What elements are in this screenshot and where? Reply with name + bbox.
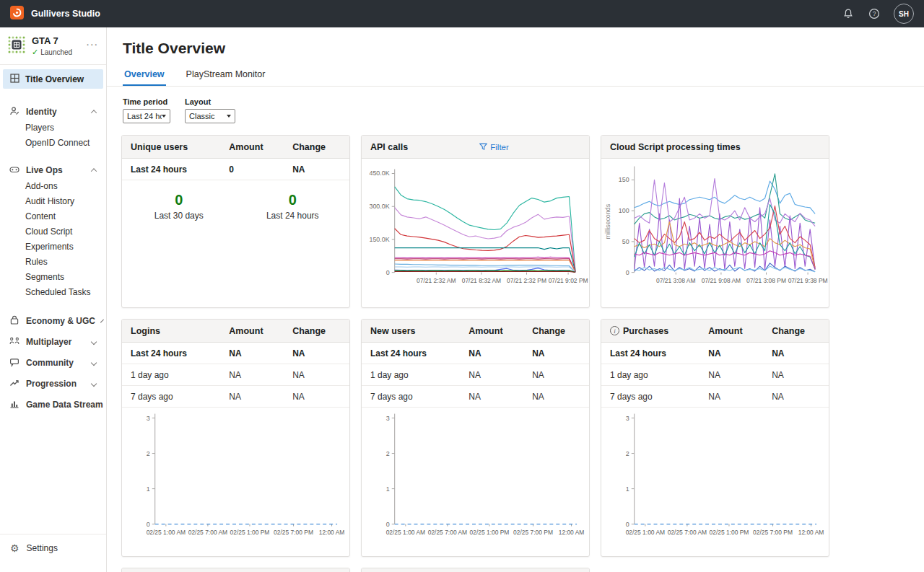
notifications-icon[interactable] bbox=[842, 7, 855, 20]
sidebar-section-identity[interactable]: Identity bbox=[0, 104, 106, 120]
card-api-calls: API calls Filter 0150.0K300.0K450.0K07/2… bbox=[361, 135, 590, 308]
card-unique-users: Unique users Amount Change Last 24 hours… bbox=[121, 135, 350, 308]
svg-text:1: 1 bbox=[147, 485, 150, 493]
table-row: 7 days agoNANA bbox=[362, 386, 589, 408]
studio-name: Gullivers Studio bbox=[31, 9, 100, 19]
sidebar-item-segments[interactable]: Segments bbox=[0, 269, 106, 284]
sidebar-section-game-data-stream[interactable]: Game Data Stream bbox=[0, 397, 106, 413]
svg-text:450.0K: 450.0K bbox=[369, 170, 389, 177]
tab-playstream-monitor[interactable]: PlayStream Monitor bbox=[185, 66, 267, 86]
svg-text:07/21 9:08 AM: 07/21 9:08 AM bbox=[702, 277, 741, 284]
sidebar-item-openid-connect[interactable]: OpenID Connect bbox=[0, 135, 106, 150]
svg-text:2: 2 bbox=[147, 450, 150, 457]
avatar[interactable]: SH bbox=[894, 4, 914, 24]
col-amount: Amount bbox=[229, 142, 292, 152]
community-chat-icon bbox=[9, 357, 19, 369]
svg-text:3: 3 bbox=[626, 415, 629, 422]
game-menu-icon[interactable]: ··· bbox=[87, 40, 99, 49]
sidebar-section-economy-ugc[interactable]: Economy & UGC bbox=[0, 313, 106, 329]
svg-text:1: 1 bbox=[626, 485, 629, 493]
purchases-chart: 012302/25 1:00 AM02/25 7:00 AM02/25 1:00… bbox=[601, 408, 829, 552]
svg-text:0: 0 bbox=[386, 521, 390, 528]
svg-text:02/25 1:00 AM: 02/25 1:00 AM bbox=[626, 529, 665, 536]
filter-controls: Time period Last 24 hours Layout Classic bbox=[123, 97, 924, 123]
stat-label: Last 30 days bbox=[122, 211, 236, 221]
svg-text:02/25 7:00 PM: 02/25 7:00 PM bbox=[274, 529, 313, 536]
game-status: Launched bbox=[40, 48, 72, 56]
svg-text:12:00 AM: 12:00 AM bbox=[798, 529, 824, 536]
svg-text:02/25 1:00 PM: 02/25 1:00 PM bbox=[710, 529, 749, 536]
gear-icon: ⚙ bbox=[10, 543, 19, 553]
top-bar: Gullivers Studio ? SH bbox=[0, 0, 924, 27]
svg-text:150: 150 bbox=[619, 176, 629, 183]
sidebar-nav: Identity Players OpenID Connect Live Ops… bbox=[0, 93, 106, 413]
filter-button[interactable]: Filter bbox=[479, 143, 509, 151]
chevron-down-icon bbox=[227, 115, 231, 118]
svg-text:1: 1 bbox=[386, 485, 390, 493]
card-partial bbox=[361, 568, 590, 572]
time-period-select[interactable]: Last 24 hours bbox=[123, 109, 170, 123]
time-period-label: Time period bbox=[123, 97, 170, 106]
sidebar-item-rules[interactable]: Rules bbox=[0, 254, 106, 269]
sidebar-item-cloud-script[interactable]: Cloud Script bbox=[0, 224, 106, 239]
api-calls-chart: 0150.0K300.0K450.0K07/21 2:32 AM07/21 8:… bbox=[362, 159, 589, 307]
svg-text:02/25 1:00 AM: 02/25 1:00 AM bbox=[147, 529, 186, 536]
table-row: Last 24 hoursNANA bbox=[601, 343, 829, 364]
tab-overview[interactable]: Overview bbox=[123, 66, 166, 86]
sidebar-section-community[interactable]: Community bbox=[0, 355, 106, 371]
svg-text:07/21 8:32 AM: 07/21 8:32 AM bbox=[462, 277, 501, 284]
grid-icon bbox=[10, 74, 19, 85]
game-header: GTA 7 ✓Launched ··· bbox=[0, 27, 106, 65]
tab-bar: Overview PlayStream Monitor bbox=[107, 66, 924, 86]
svg-text:3: 3 bbox=[147, 415, 150, 422]
sidebar-item-add-ons[interactable]: Add-ons bbox=[0, 178, 106, 193]
sidebar-item-settings[interactable]: ⚙ Settings bbox=[0, 534, 106, 572]
sidebar-item-scheduled-tasks[interactable]: Scheduled Tasks bbox=[0, 284, 106, 299]
brand[interactable]: Gullivers Studio bbox=[10, 6, 100, 22]
svg-text:0: 0 bbox=[386, 269, 390, 276]
chevron-down-icon bbox=[162, 115, 166, 118]
page-title: Title Overview bbox=[123, 40, 924, 57]
svg-text:02/25 7:00 AM: 02/25 7:00 AM bbox=[428, 529, 467, 536]
svg-text:02/25 7:00 AM: 02/25 7:00 AM bbox=[188, 529, 227, 536]
help-icon[interactable]: ? bbox=[868, 7, 881, 20]
bar-chart-icon bbox=[9, 399, 19, 411]
svg-text:100: 100 bbox=[619, 207, 629, 214]
sidebar-item-players[interactable]: Players bbox=[0, 120, 106, 135]
chevron-down-icon bbox=[91, 360, 97, 366]
highlight-stats: 0Last 30 days 0Last 24 hours bbox=[122, 180, 349, 221]
card-title: API calls bbox=[370, 142, 408, 152]
svg-text:02/25 1:00 AM: 02/25 1:00 AM bbox=[386, 529, 425, 536]
svg-text:150.0K: 150.0K bbox=[369, 236, 389, 243]
sidebar-section-progression[interactable]: Progression bbox=[0, 376, 106, 392]
svg-text:?: ? bbox=[873, 10, 876, 17]
sidebar-item-experiments[interactable]: Experiments bbox=[0, 239, 106, 254]
table-row: 7 days agoNANA bbox=[601, 386, 829, 408]
table-row: Last 24 hours 0 NA bbox=[122, 159, 349, 180]
multiplayer-icon bbox=[9, 336, 19, 348]
chevron-down-icon bbox=[91, 381, 97, 387]
layout-select[interactable]: Classic bbox=[185, 109, 235, 123]
launched-check-icon: ✓ bbox=[32, 48, 38, 57]
svg-text:07/21 2:32 PM: 07/21 2:32 PM bbox=[507, 277, 546, 284]
settings-label: Settings bbox=[27, 543, 58, 553]
svg-text:50: 50 bbox=[622, 238, 629, 245]
table-row: Last 24 hoursNANA bbox=[362, 343, 589, 364]
svg-text:02/25 7:00 PM: 02/25 7:00 PM bbox=[753, 529, 793, 536]
svg-text:2: 2 bbox=[386, 450, 390, 457]
sidebar-item-content[interactable]: Content bbox=[0, 208, 106, 224]
sidebar-item-audit-history[interactable]: Audit History bbox=[0, 193, 106, 208]
svg-text:0: 0 bbox=[626, 269, 629, 276]
sidebar-item-title-overview[interactable]: Title Overview bbox=[3, 69, 103, 89]
card-new-users: New users Amount Change Last 24 hoursNAN… bbox=[361, 319, 590, 557]
svg-text:2: 2 bbox=[626, 450, 629, 457]
svg-text:02/25 1:00 PM: 02/25 1:00 PM bbox=[230, 529, 270, 536]
table-row: 7 days agoNANA bbox=[122, 386, 349, 408]
info-icon[interactable]: i bbox=[610, 326, 619, 335]
chevron-down-icon bbox=[100, 320, 104, 323]
sidebar-section-live-ops[interactable]: Live Ops bbox=[0, 162, 106, 178]
sidebar-section-multiplayer[interactable]: Multiplayer bbox=[0, 334, 106, 350]
svg-text:12:00 AM: 12:00 AM bbox=[319, 529, 345, 536]
card-title: Logins bbox=[131, 326, 229, 336]
game-icon bbox=[7, 35, 26, 57]
